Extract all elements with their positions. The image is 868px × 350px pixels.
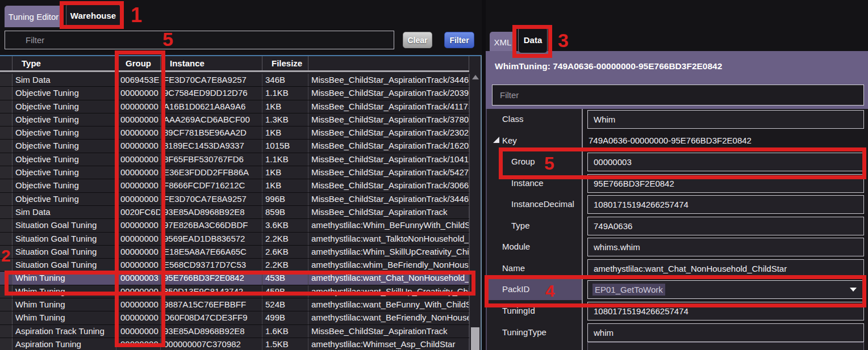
cell-rowhdr[interactable]: [0, 285, 12, 298]
property-value-class[interactable]: [587, 110, 864, 129]
cell-instance[interactable]: 97E826BA3C66DBDF: [161, 219, 262, 231]
table-row[interactable]: Whim Tuning0000000395E766BD3F2E0842453Ba…: [0, 272, 469, 285]
table-row[interactable]: Situation Goal Tuning0000000097E826BA3C6…: [0, 219, 469, 232]
property-value-name[interactable]: [587, 259, 864, 278]
cell-name[interactable]: MissBee_ChildStar_AspirationTrack/230276: [308, 126, 469, 139]
tab-tuning-editor[interactable]: Tuning Editor: [5, 6, 62, 27]
cell-instance[interactable]: 8F65FBF530767FD6: [161, 153, 262, 166]
cell-filesize[interactable]: 459B: [262, 285, 308, 298]
table-row[interactable]: Aspiration Tuning00000000000000007C37098…: [0, 338, 469, 350]
cell-filesize[interactable]: 2.2KB: [262, 233, 308, 245]
cell-rowhdr[interactable]: [0, 100, 12, 113]
cell-filesize[interactable]: 346B: [262, 74, 308, 86]
filter-button[interactable]: Filter: [444, 32, 474, 48]
cell-instance[interactable]: A16B1D0621A8A9A6: [161, 100, 262, 113]
cell-group[interactable]: 00000000: [116, 193, 161, 205]
cell-group[interactable]: 0020FC6D: [116, 206, 161, 218]
cell-type[interactable]: Objective Tuning: [12, 113, 116, 126]
cell-type[interactable]: Objective Tuning: [12, 100, 116, 113]
cell-filesize[interactable]: 1KB: [262, 166, 308, 179]
cell-group[interactable]: 00000000: [116, 259, 161, 271]
property-value-type[interactable]: [587, 217, 864, 235]
table-row[interactable]: Objective Tuning00000000A16B1D0621A8A9A6…: [0, 100, 469, 113]
cell-filesize[interactable]: 1.1KB: [262, 87, 308, 99]
column-header-type[interactable]: Type: [12, 56, 116, 70]
cell-rowhdr[interactable]: [0, 179, 12, 192]
packid-dropdown[interactable]: EP01_GetToWork: [587, 280, 864, 299]
cell-rowhdr[interactable]: [0, 298, 12, 311]
cell-filesize[interactable]: 453B: [262, 272, 308, 284]
cell-name[interactable]: MissBee_ChildStar_AspirationTrack/162061: [308, 140, 469, 152]
cell-name[interactable]: MissBee_ChildStar_AspirationTrack/378053: [308, 113, 469, 126]
cell-group[interactable]: 00000000: [116, 153, 161, 166]
scroll-up-icon[interactable]: [472, 75, 479, 79]
cell-group[interactable]: 00000003: [116, 272, 161, 284]
cell-instance[interactable]: F8666FCDF716212C: [161, 179, 262, 192]
property-value-group[interactable]: [587, 153, 864, 171]
cell-type[interactable]: Sim Data: [12, 74, 116, 86]
cell-name[interactable]: MissBee_ChildStar_AspirationTrack/306602: [308, 179, 469, 192]
column-header-instance[interactable]: Instance: [161, 56, 262, 70]
cell-rowhdr[interactable]: [0, 219, 12, 231]
cell-filesize[interactable]: 1.5KB: [262, 338, 308, 350]
cell-rowhdr[interactable]: [0, 338, 12, 350]
cell-group[interactable]: 00000000: [116, 233, 161, 245]
cell-type[interactable]: Objective Tuning: [12, 166, 116, 179]
cell-rowhdr[interactable]: [0, 140, 12, 152]
cell-group[interactable]: 0069453E: [116, 74, 161, 86]
data-filter-input[interactable]: [492, 85, 864, 106]
scrollbar-thumb[interactable]: [471, 327, 479, 350]
cell-rowhdr[interactable]: [0, 259, 12, 271]
cell-name[interactable]: MissBee_ChildStar_AspirationTrack: [308, 206, 469, 218]
cell-group[interactable]: 00000000: [116, 325, 161, 338]
cell-type[interactable]: Situation Goal Tuning: [12, 246, 116, 258]
cell-rowhdr[interactable]: [0, 126, 12, 139]
cell-instance[interactable]: 9C7584ED9DD12D76: [161, 87, 262, 99]
cell-instance[interactable]: D60F08D47CDE3FF9: [161, 311, 262, 324]
clear-button[interactable]: Clear: [403, 32, 432, 48]
table-row[interactable]: Sim Data0069453EFE3D70CA7E8A9257346BMiss…: [0, 74, 469, 87]
cell-type[interactable]: Objective Tuning: [12, 140, 116, 152]
property-value-instancedecimal[interactable]: [587, 195, 864, 214]
cell-instance[interactable]: 000000007C370982: [161, 338, 262, 350]
property-value-tuningid[interactable]: [587, 302, 864, 321]
cell-instance[interactable]: E36E3FDDD2FFB86A: [161, 166, 262, 179]
table-row[interactable]: Whim Tuning000000009887A15C76EFBBFF524Ba…: [0, 298, 469, 311]
cell-name[interactable]: amethystlilac:Whimset_Asp_ChildStar: [308, 338, 469, 350]
property-value-tuningtype[interactable]: [587, 323, 864, 342]
cell-name[interactable]: amethystlilac:want_Chat_NonHousehold_C: [308, 272, 469, 284]
table-row[interactable]: Objective Tuning00000000E36E3FDDD2FFB86A…: [0, 166, 469, 179]
cell-instance[interactable]: AAA269ACD6ABCF00: [161, 113, 262, 126]
table-row[interactable]: Sim Data0020FC6D93E85AD8968B92E8859BMiss…: [0, 206, 469, 219]
cell-filesize[interactable]: 524B: [262, 298, 308, 311]
cell-group[interactable]: 00000000: [116, 219, 161, 231]
column-header-filesize[interactable]: Filesize: [262, 56, 308, 70]
cell-type[interactable]: Whim Tuning: [12, 298, 116, 311]
cell-name[interactable]: MissBee_ChildStar_AspirationTrack/344682: [308, 74, 469, 86]
cell-name[interactable]: MissBee_ChildStar_AspirationTrack/542714: [308, 166, 469, 179]
cell-group[interactable]: 00000000: [116, 179, 161, 192]
cell-name[interactable]: amethystlilac:want_TalktoNonHousehold_C: [308, 233, 469, 245]
cell-type[interactable]: Whim Tuning: [12, 311, 116, 324]
key-expander-icon[interactable]: [493, 137, 499, 143]
cell-group[interactable]: 00000000: [116, 126, 161, 139]
table-row[interactable]: Objective Tuning0000000089CF781B5E96AA2D…: [0, 126, 469, 140]
table-row[interactable]: Objective Tuning000000008F65FBF530767FD6…: [0, 153, 469, 166]
cell-group[interactable]: 00000000: [116, 113, 161, 126]
cell-rowhdr[interactable]: [0, 272, 12, 284]
table-row[interactable]: Aspiration Track Tuning0000000093E85AD89…: [0, 325, 469, 338]
cell-instance[interactable]: 89CF781B5E96AA2D: [161, 126, 262, 139]
cell-rowhdr[interactable]: [0, 153, 12, 166]
property-grid-divider[interactable]: [582, 109, 583, 350]
cell-type[interactable]: Objective Tuning: [12, 87, 116, 99]
cell-group[interactable]: 00000000: [116, 140, 161, 152]
cell-instance[interactable]: 9569EAD1DB836572: [161, 233, 262, 245]
cell-type[interactable]: Aspiration Track Tuning: [12, 325, 116, 338]
cell-rowhdr[interactable]: [0, 246, 12, 258]
cell-rowhdr[interactable]: [0, 87, 12, 99]
table-row[interactable]: Objective Tuning00000000FE3D70CA7E8A9257…: [0, 193, 469, 206]
cell-type[interactable]: Objective Tuning: [12, 193, 116, 205]
cell-name[interactable]: amethystlilac:want_SkillUp_Creativity_Ch…: [308, 285, 469, 298]
cell-instance[interactable]: 95E766BD3F2E0842: [161, 272, 262, 284]
cell-filesize[interactable]: 2.6KB: [262, 246, 308, 258]
